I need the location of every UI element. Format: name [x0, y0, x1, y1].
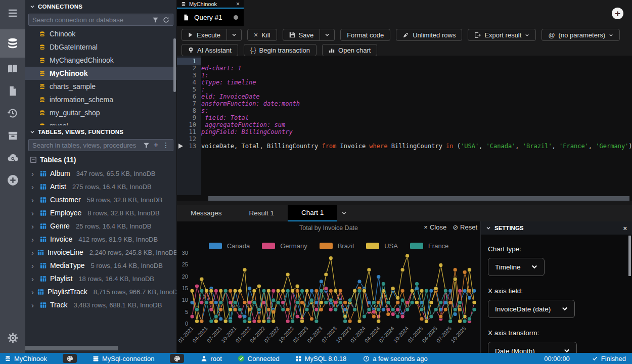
x-field-select[interactable]: InvoiceDate (date)	[488, 300, 575, 318]
filter-icon[interactable]	[143, 142, 150, 149]
settings-header[interactable]: SETTINGS ×	[481, 221, 632, 235]
database-color-button[interactable]	[63, 354, 77, 363]
chevron-right-icon[interactable]: ›	[31, 196, 36, 204]
sidebar-item-reference[interactable]	[0, 58, 25, 80]
chevron-right-icon[interactable]: ›	[31, 183, 36, 191]
legend-item-Germany[interactable]: Germany	[262, 242, 307, 250]
status-connected: Connected	[238, 355, 280, 362]
settings-scrollbar[interactable]	[628, 236, 631, 276]
connection-tab[interactable]: MyChinook ×	[177, 0, 244, 9]
settings-button[interactable]	[0, 327, 25, 349]
status-database[interactable]: MyChinook	[5, 355, 47, 362]
close-icon[interactable]: ×	[236, 1, 240, 8]
tab-chart-1[interactable]: Chart 1	[288, 205, 337, 221]
legend-item-USA[interactable]: USA	[366, 242, 398, 250]
refresh-icon[interactable]	[163, 17, 169, 23]
chart-type-select[interactable]: Timeline	[488, 258, 545, 276]
connections-search-input[interactable]	[32, 16, 148, 24]
ai-assistant-button[interactable]: AI Assistant	[182, 44, 238, 56]
sidebar-item-connections[interactable]	[0, 29, 25, 58]
add-icon[interactable]: +	[154, 141, 158, 149]
connection-item-information_schema[interactable]: information_schema	[25, 93, 176, 106]
tab-result-1[interactable]: Result 1	[236, 205, 288, 221]
chart-reset-button[interactable]: ⊘Reset	[453, 223, 477, 231]
sidebar-item-files[interactable]	[0, 80, 25, 102]
menu-button[interactable]	[0, 2, 25, 24]
chevron-right-icon[interactable]: ›	[31, 301, 36, 309]
legend-item-France[interactable]: France	[410, 242, 448, 250]
svg-text:04-2024: 04-2024	[364, 325, 381, 344]
tabs-dropdown[interactable]	[337, 205, 351, 221]
close-icon[interactable]: ×	[623, 224, 627, 232]
table-item-Track[interactable]: › Track 3,483 rows, 688.1 KB, InnoDB	[25, 298, 176, 311]
sidebar-item-history[interactable]	[0, 102, 25, 124]
table-item-Customer[interactable]: › Customer 59 rows, 32.8 KB, InnoDB	[25, 193, 176, 206]
table-item-MediaType[interactable]: › MediaType 5 rows, 16.4 KB, InnoDB	[25, 259, 176, 272]
connections-header[interactable]: CONNECTIONS	[25, 0, 176, 13]
sidebar-item-archive[interactable]	[0, 124, 25, 147]
save-button[interactable]: Save	[283, 29, 321, 41]
export-result-button[interactable]: Export result	[468, 29, 536, 41]
connection-item-my_guitar_shop[interactable]: my_guitar_shop	[25, 106, 176, 119]
table-item-Album[interactable]: › Album 347 rows, 65.5 KB, InnoDB	[25, 167, 176, 180]
legend-item-Brazil[interactable]: Brazil	[320, 242, 354, 250]
kebab-menu-icon[interactable]: ⋮	[162, 142, 169, 149]
legend-item-Canada[interactable]: Canada	[209, 242, 250, 250]
sql-editor[interactable]: 12345678910111213 ed-chart: 11:tType: ti…	[177, 56, 632, 201]
connections-search[interactable]	[28, 14, 173, 26]
kill-button[interactable]: × Kill	[247, 29, 277, 41]
connection-item-MyChangedChinook[interactable]: MyChangedChinook	[25, 54, 176, 67]
connection-item-charts_sample[interactable]: charts_sample	[25, 80, 176, 93]
execute-button[interactable]: Execute	[182, 29, 227, 41]
sidebar-item-add[interactable]	[0, 169, 25, 191]
unlimited-rows-button[interactable]: Unlimited rows	[396, 29, 462, 41]
execute-dropdown[interactable]	[227, 29, 242, 41]
table-item-Invoice[interactable]: › Invoice 412 rows, 81.9 KB, InnoDB	[25, 233, 176, 246]
chevron-right-icon[interactable]: ›	[31, 248, 34, 257]
table-item-PlaylistTrack[interactable]: › PlaylistTrack 8,715 rows, 966.7 KB, In…	[25, 285, 176, 298]
connection-color-button[interactable]	[170, 354, 184, 363]
table-item-Employee[interactable]: › Employee 8 rows, 32.8 KB, InnoDB	[25, 206, 176, 219]
table-item-Artist[interactable]: › Artist 275 rows, 16.4 KB, InnoDB	[25, 180, 176, 193]
tables-search[interactable]: + ⋮	[28, 139, 173, 151]
query-tab[interactable]: Query #1	[177, 9, 244, 26]
chevron-right-icon[interactable]: ›	[31, 288, 34, 296]
connections-scrollbar[interactable]	[173, 38, 176, 92]
save-dropdown[interactable]	[320, 29, 335, 41]
tables-header[interactable]: TABLES, VIEWS, FUNCTIONS	[25, 125, 176, 139]
file-icon	[183, 14, 190, 21]
connection-item-DbGateInternal[interactable]: DbGateInternal	[25, 40, 176, 54]
format-code-button[interactable]: Format code	[340, 29, 390, 41]
svg-text:04-2022: 04-2022	[249, 325, 266, 344]
chart-close-button[interactable]: ×Close	[424, 223, 446, 231]
connection-item-mysql[interactable]: mysql	[25, 119, 176, 125]
connection-item-MyChinook[interactable]: MyChinook	[25, 67, 176, 80]
legend-swatch	[209, 243, 222, 249]
chevron-right-icon[interactable]: ›	[31, 209, 36, 217]
table-item-Playlist[interactable]: › Playlist 18 rows, 16.4 KB, InnoDB	[25, 272, 176, 285]
status-connection[interactable]: MySql-connection	[93, 355, 154, 362]
table-item-Genre[interactable]: › Genre 25 rows, 16.4 KB, InnoDB	[25, 219, 176, 233]
chevron-right-icon[interactable]: ›	[31, 261, 36, 270]
editor-hscrollbar[interactable]	[208, 196, 629, 201]
parameters-button[interactable]: @ (no parameters)	[541, 29, 620, 41]
tables-search-input[interactable]	[32, 142, 139, 149]
begin-transaction-button[interactable]: {..} Begin transaction	[244, 44, 317, 56]
new-tab-button[interactable]: +	[612, 8, 623, 19]
tables-hscrollbar[interactable]	[25, 346, 118, 350]
chevron-right-icon[interactable]: ›	[31, 169, 36, 178]
line-number: 13	[177, 143, 201, 150]
chevron-right-icon[interactable]: ›	[31, 222, 36, 231]
chevron-right-icon[interactable]: ›	[31, 275, 36, 283]
open-chart-button[interactable]: Open chart	[322, 44, 377, 56]
status-user: root	[201, 355, 221, 362]
connection-item-Chinook[interactable]: Chinook	[25, 27, 176, 40]
tables-group[interactable]: Tables (11)	[25, 153, 176, 167]
editor-code[interactable]: ed-chart: 11:tType: timeline:eld: Invoic…	[201, 58, 632, 150]
connections-title: CONNECTIONS	[38, 4, 82, 10]
filter-icon[interactable]	[152, 17, 159, 23]
chevron-right-icon[interactable]: ›	[31, 235, 36, 244]
table-item-InvoiceLine[interactable]: › InvoiceLine 2,240 rows, 245.8 KB, Inno…	[25, 246, 176, 259]
tab-messages[interactable]: Messages	[177, 205, 236, 221]
sidebar-item-cloud[interactable]	[0, 147, 25, 169]
